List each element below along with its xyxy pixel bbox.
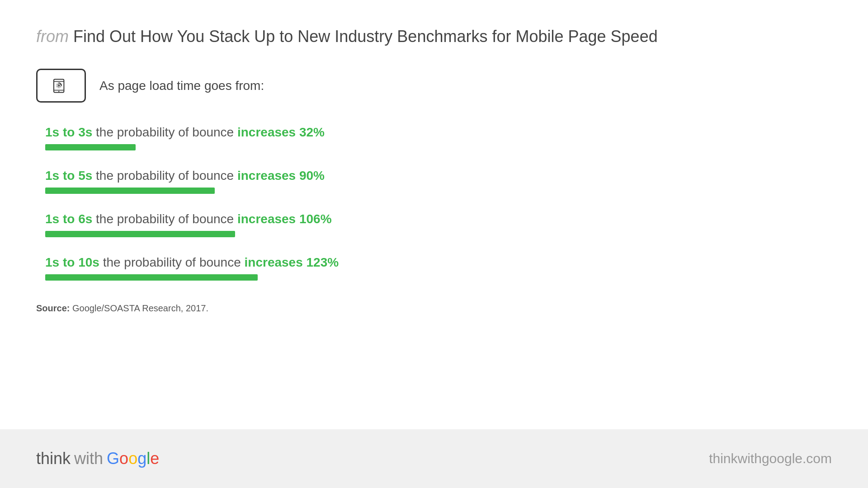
stat-description-2: the probability of bounce xyxy=(96,169,234,183)
mobile-device-icon-box xyxy=(36,69,86,103)
page-load-description: As page load time goes from: xyxy=(99,79,264,93)
google-letter-e: e xyxy=(150,449,159,468)
stat-description-1: the probability of bounce xyxy=(96,125,234,139)
increase-3: increases 106% xyxy=(237,212,332,226)
bar-container-4 xyxy=(45,274,832,281)
google-letter-G: G xyxy=(107,449,119,468)
source-text: Google/SOASTA Research, 2017. xyxy=(72,303,208,313)
source-line: Source: Google/SOASTA Research, 2017. xyxy=(36,303,832,314)
time-range-4: 1s to 10s xyxy=(45,255,99,269)
bar-container-1 xyxy=(45,144,832,150)
with-label: with xyxy=(74,449,103,468)
footer: think with Google thinkwithgoogle.com xyxy=(0,429,868,488)
bar-3 xyxy=(45,231,235,237)
stat-text-2: 1s to 5s the probability of bounce incre… xyxy=(45,169,832,183)
stat-item-2: 1s to 5s the probability of bounce incre… xyxy=(45,169,832,194)
think-with-google-logo: think with Google xyxy=(36,449,159,468)
from-label: from xyxy=(36,27,69,46)
google-letter-o1: o xyxy=(119,449,128,468)
bar-4 xyxy=(45,274,258,281)
page-load-intro: As page load time goes from: xyxy=(36,69,832,103)
article-title: Find Out How You Stack Up to New Industr… xyxy=(73,27,658,46)
bar-2 xyxy=(45,188,215,194)
stat-description-3: the probability of bounce xyxy=(96,212,234,226)
svg-point-3 xyxy=(58,91,59,92)
stat-item-3: 1s to 6s the probability of bounce incre… xyxy=(45,212,832,237)
increase-2: increases 90% xyxy=(237,169,325,183)
bar-container-2 xyxy=(45,188,832,194)
increase-1: increases 32% xyxy=(237,125,325,139)
google-letter-o2: o xyxy=(128,449,137,468)
google-label: Google xyxy=(107,449,159,468)
main-content: from Find Out How You Stack Up to New In… xyxy=(0,0,868,429)
think-label: think xyxy=(36,449,71,468)
stat-item-1: 1s to 3s the probability of bounce incre… xyxy=(45,125,832,150)
stat-text-3: 1s to 6s the probability of bounce incre… xyxy=(45,212,832,226)
footer-url: thinkwithgoogle.com xyxy=(709,451,832,466)
stat-item-4: 1s to 10s the probability of bounce incr… xyxy=(45,255,832,281)
time-range-2: 1s to 5s xyxy=(45,169,92,183)
stat-description-4: the probability of bounce xyxy=(103,255,241,269)
stat-text-1: 1s to 3s the probability of bounce incre… xyxy=(45,125,832,140)
source-label: Source: xyxy=(36,303,70,313)
time-range-3: 1s to 6s xyxy=(45,212,92,226)
increase-4: increases 123% xyxy=(245,255,339,269)
google-letter-l: l xyxy=(146,449,150,468)
google-letter-g2: g xyxy=(137,449,146,468)
mobile-loading-icon xyxy=(52,77,70,95)
header-title: from Find Out How You Stack Up to New In… xyxy=(36,27,832,46)
bar-container-3 xyxy=(45,231,832,237)
bar-1 xyxy=(45,144,136,150)
time-range-1: 1s to 3s xyxy=(45,125,92,139)
stat-text-4: 1s to 10s the probability of bounce incr… xyxy=(45,255,832,270)
stats-container: 1s to 3s the probability of bounce incre… xyxy=(36,125,832,281)
